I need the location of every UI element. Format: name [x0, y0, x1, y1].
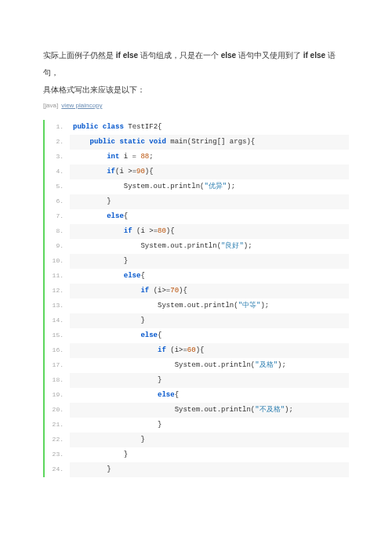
line-number: 8. [45, 224, 70, 239]
line-number: 4. [45, 165, 70, 179]
line-number: 17. [45, 358, 70, 373]
token-pl: (i >= [115, 168, 136, 176]
token-num: 90 [136, 168, 145, 176]
token-pl: } [124, 451, 128, 458]
view-plaincopy-link[interactable]: view plaincopy [61, 102, 102, 109]
code-content: } [70, 447, 349, 462]
code-line: 12. if (i>=70){ [45, 284, 349, 299]
line-number: 10. [45, 254, 70, 269]
token-pl: } [124, 257, 128, 265]
code-line: 19. else{ [45, 388, 349, 403]
code-content: System.out.println("及格"); [70, 358, 349, 373]
intro-text: 实际上面例子仍然是 [43, 51, 116, 60]
token-pl: (i>= [166, 346, 187, 354]
line-number: 1. [45, 120, 70, 135]
token-pl: } [140, 436, 144, 444]
token-num: 80 [158, 227, 166, 235]
token-kw: if [107, 168, 115, 176]
token-kw: public [90, 138, 115, 146]
token-pl: ){ [145, 168, 154, 176]
line-number: 7. [45, 209, 70, 224]
code-line: 23. } [45, 447, 349, 462]
line-number: 24. [45, 462, 70, 477]
line-number: 12. [45, 284, 70, 299]
token-pl: { [158, 331, 162, 339]
token-pl: (i >= [132, 227, 158, 235]
code-content: } [70, 462, 349, 477]
token-pl: } [107, 197, 111, 205]
line-number: 9. [45, 239, 70, 254]
keyword-ifelse2: if else [303, 51, 325, 60]
token-pl: } [107, 465, 111, 473]
code-content: if (i >=80){ [70, 224, 349, 239]
code-lang-label: [java] [43, 102, 58, 109]
token-kw: else [158, 391, 175, 399]
code-content: if(i >=90){ [70, 165, 349, 179]
intro-text: 语句中又使用到了 [236, 51, 303, 60]
line-number: 20. [45, 403, 70, 418]
token-num: 70 [170, 287, 179, 295]
line-number: 18. [45, 373, 70, 388]
code-line: 5. System.out.println("优异"); [45, 179, 349, 194]
token-pl: ); [244, 242, 252, 250]
code-line: 11. else{ [45, 269, 349, 284]
keyword-else: else [221, 51, 236, 60]
code-block: 1.public class TestIF2{2. public static … [43, 120, 349, 477]
code-content: int i = 88; [70, 150, 349, 165]
token-str: "不及格" [255, 406, 285, 414]
token-pl: ); [260, 302, 269, 310]
token-pl: System.out.println( [140, 242, 221, 250]
code-line: 1.public class TestIF2{ [45, 120, 349, 135]
line-number: 13. [45, 299, 70, 313]
line-number: 3. [45, 150, 70, 165]
token-pl: TestIF2{ [124, 123, 162, 131]
line-number: 6. [45, 194, 70, 209]
code-content: else{ [70, 209, 349, 224]
code-line: 13. System.out.println("中等"); [45, 299, 349, 313]
code-line: 16. if (i>=60){ [45, 343, 349, 358]
token-kw: if [158, 346, 166, 354]
token-str: "良好" [221, 242, 244, 250]
token-kw: else [107, 212, 124, 220]
token-pl: } [158, 376, 162, 384]
code-line: 24. } [45, 462, 349, 477]
line-number: 2. [45, 135, 70, 150]
code-line: 3. int i = 88; [45, 150, 349, 165]
code-content: } [70, 313, 349, 328]
code-line: 8. if (i >=80){ [45, 224, 349, 239]
token-pl: ; [149, 153, 153, 161]
token-kw: public [73, 123, 98, 131]
token-str: "中等" [238, 302, 261, 310]
code-content: else{ [70, 388, 349, 403]
token-pl: { [140, 272, 144, 280]
code-line: 9. System.out.println("良好"); [45, 239, 349, 254]
code-line: 18. } [45, 373, 349, 388]
token-pl: } [140, 317, 144, 324]
token-pl: System.out.println( [158, 302, 238, 310]
line-number: 5. [45, 179, 70, 194]
token-pl: ){ [166, 227, 175, 235]
code-content: System.out.println("良好"); [70, 239, 349, 254]
line-number: 11. [45, 269, 70, 284]
code-content: public static void main(String[] args){ [70, 135, 349, 150]
code-line: 20. System.out.println("不及格"); [45, 403, 349, 418]
code-content: public class TestIF2{ [70, 120, 349, 135]
token-pl: ); [285, 406, 293, 414]
code-line: 4. if(i >=90){ [45, 165, 349, 179]
intro-line2: 具体格式写出来应该是以下： [43, 81, 349, 99]
line-number: 16. [45, 343, 70, 358]
code-line: 7. else{ [45, 209, 349, 224]
code-content: System.out.println("优异"); [70, 179, 349, 194]
token-kw: if [140, 287, 149, 295]
token-kw: static [119, 138, 144, 146]
code-content: } [70, 418, 349, 433]
code-content: if (i>=70){ [70, 284, 349, 299]
keyword-ifelse: if else [116, 51, 138, 60]
token-pl: i = [119, 153, 140, 161]
code-line: 22. } [45, 433, 349, 447]
token-kw: else [124, 272, 141, 280]
line-number: 21. [45, 418, 70, 433]
token-pl: System.out.println( [124, 183, 205, 190]
token-pl: ); [227, 183, 235, 190]
code-content: } [70, 194, 349, 209]
